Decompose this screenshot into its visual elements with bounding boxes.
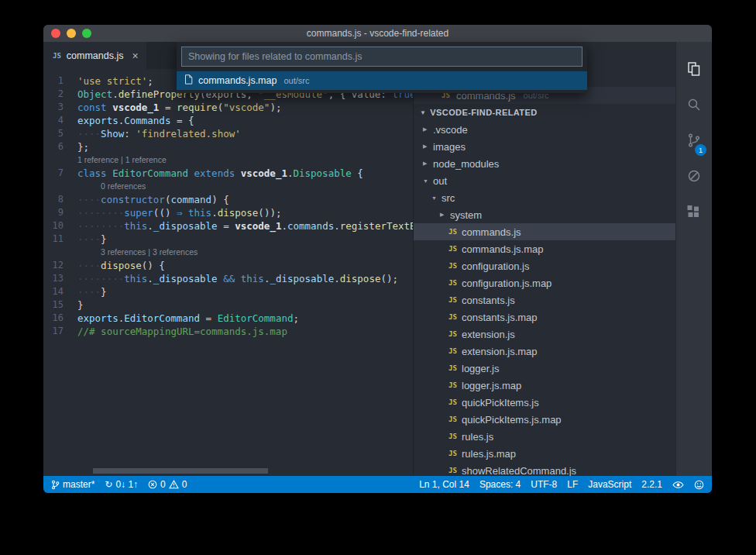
- quick-pick-item-detail: out/src: [284, 76, 309, 85]
- code-line[interactable]: 6};: [43, 140, 413, 153]
- sync-counts: 0↓ 1↑: [115, 479, 138, 490]
- code-line[interactable]: 7class EditorCommand extends vscode_1.Di…: [43, 167, 413, 180]
- tree-item-configuration.js.map[interactable]: JSconfiguration.js.map: [414, 274, 675, 291]
- code-line[interactable]: 13········this._disposable && this._disp…: [43, 272, 413, 285]
- tree-item-extension.js[interactable]: JSextension.js: [414, 326, 675, 343]
- tree-item-system[interactable]: ▶system: [414, 206, 675, 223]
- language-indicator[interactable]: JavaScript: [588, 479, 631, 490]
- code-line[interactable]: 12····dispose() {: [43, 259, 413, 272]
- branch-name: master*: [63, 479, 94, 490]
- encoding-indicator[interactable]: UTF-8: [531, 479, 557, 490]
- line-number: 4: [43, 114, 77, 127]
- minimize-window-button[interactable]: [67, 29, 76, 38]
- js-file-icon: JS: [448, 433, 462, 440]
- code-line[interactable]: 16exports.EditorCommand = EditorCommand;: [43, 312, 413, 325]
- code-line[interactable]: 9········super(() ⇒ this.dispose());: [43, 206, 413, 219]
- chevron-right-icon: ▶: [423, 126, 433, 133]
- js-file-icon: JS: [53, 52, 61, 60]
- code-line[interactable]: 5····Show: 'findrelated.show': [43, 127, 413, 140]
- codelens-row[interactable]: 1 reference | 1 reference: [43, 153, 413, 167]
- js-file-icon: JS: [448, 330, 462, 338]
- tree-item-logger.js.map[interactable]: JSlogger.js.map: [414, 377, 675, 394]
- quick-pick-input[interactable]: [181, 47, 582, 67]
- tree-item-configuration.js[interactable]: JSconfiguration.js: [414, 257, 675, 274]
- codelens-row[interactable]: 0 references: [43, 180, 413, 193]
- line-number: [43, 180, 77, 193]
- screen-reader-button[interactable]: [672, 481, 684, 489]
- window-title: commands.js - vscode-find-related: [43, 25, 712, 42]
- tree-item-quickPickItems.js.map[interactable]: JSquickPickItems.js.map: [414, 411, 675, 428]
- extensions-icon: [686, 204, 702, 219]
- problems-indicator[interactable]: 0 0: [148, 479, 187, 490]
- codelens-row[interactable]: 3 references | 3 references: [43, 246, 413, 259]
- tree-item-images[interactable]: ▶images: [414, 138, 675, 155]
- feedback-button[interactable]: [694, 480, 704, 490]
- activity-source-control-button[interactable]: 1: [676, 122, 712, 158]
- js-file-icon: JS: [448, 364, 462, 372]
- tree-item-.vscode[interactable]: ▶.vscode: [414, 121, 675, 138]
- tree-item-commands.js[interactable]: JScommands.js: [414, 223, 675, 240]
- tree-item-rules.js[interactable]: JSrules.js: [414, 428, 675, 445]
- tree-item-node_modules[interactable]: ▶node_modules: [414, 155, 675, 172]
- tab-commands-js[interactable]: JS commands.js ×: [43, 42, 146, 69]
- activity-debug-button[interactable]: [676, 158, 712, 194]
- line-number: 10: [43, 219, 77, 233]
- code-line[interactable]: 11····}: [43, 233, 413, 246]
- activity-explorer-button[interactable]: [676, 51, 712, 87]
- git-branch-icon: [51, 480, 60, 490]
- tree-item-label: rules.js.map: [462, 448, 516, 460]
- close-tab-icon[interactable]: ×: [132, 50, 138, 61]
- file-icon: [184, 74, 193, 88]
- js-file-icon: JS: [448, 347, 462, 355]
- js-file-icon: JS: [448, 398, 462, 406]
- error-icon: [148, 480, 157, 489]
- code-line[interactable]: 8····constructor(command) {: [43, 193, 413, 206]
- tree-item-showRelatedCommand.js[interactable]: JSshowRelatedCommand.js: [414, 462, 675, 476]
- line-number: 6: [43, 140, 77, 153]
- sync-indicator[interactable]: ↻ 0↓ 1↑: [105, 479, 138, 490]
- zoom-window-button[interactable]: [82, 29, 91, 38]
- horizontal-scrollbar[interactable]: [93, 468, 268, 474]
- indentation-indicator[interactable]: Spaces: 4: [479, 479, 521, 490]
- tree-item-quickPickItems.js[interactable]: JSquickPickItems.js: [414, 394, 675, 411]
- title-bar[interactable]: commands.js - vscode-find-related: [43, 25, 712, 42]
- tree-item-label: configuration.js: [462, 260, 529, 272]
- activity-extensions-button[interactable]: [676, 194, 712, 229]
- tree-item-commands.js.map[interactable]: JScommands.js.map: [414, 240, 675, 257]
- code-line[interactable]: 4exports.Commands = {: [43, 114, 413, 127]
- activity-search-button[interactable]: [676, 87, 712, 122]
- close-window-button[interactable]: [51, 29, 60, 38]
- code-line[interactable]: 10········this._disposable = vscode_1.co…: [43, 219, 413, 233]
- quick-pick-item[interactable]: commands.js.map out/src: [177, 71, 587, 90]
- tree-item-label: quickPickItems.js.map: [462, 414, 562, 426]
- tree-item-rules.js.map[interactable]: JSrules.js.map: [414, 445, 675, 462]
- tree-item-out[interactable]: ▼out: [414, 172, 675, 189]
- line-number: 1: [43, 74, 77, 88]
- code-editor[interactable]: 1'use strict';2Object.defineProperty(exp…: [43, 69, 413, 476]
- debug-icon: [686, 168, 702, 184]
- tree-item-extension.js.map[interactable]: JSextension.js.map: [414, 343, 675, 360]
- js-file-icon: JS: [448, 245, 462, 253]
- section-title: VSCODE-FIND-RELATED: [430, 108, 537, 117]
- tree-item-logger.js[interactable]: JSlogger.js: [414, 360, 675, 377]
- code-line[interactable]: 15}: [43, 298, 413, 312]
- explorer-icon: [686, 61, 702, 77]
- js-file-icon: JS: [448, 262, 462, 270]
- tree-item-label: showRelatedCommand.js: [462, 465, 576, 477]
- line-number: 11: [43, 233, 77, 246]
- tree-item-label: rules.js: [462, 431, 493, 443]
- scm-changes-badge: 1: [695, 144, 706, 156]
- explorer-section-header[interactable]: ▼ VSCODE-FIND-RELATED: [414, 104, 675, 121]
- tree-item-constants.js.map[interactable]: JSconstants.js.map: [414, 309, 675, 326]
- eol-indicator[interactable]: LF: [567, 479, 578, 490]
- code-line[interactable]: 17//# sourceMappingURL=commands.js.map: [43, 325, 413, 338]
- tree-item-label: extension.js.map: [462, 346, 538, 357]
- git-branch-indicator[interactable]: master*: [51, 479, 94, 490]
- code-line[interactable]: 14····}: [43, 285, 413, 298]
- code-line[interactable]: 3const vscode_1 = require("vscode");: [43, 101, 413, 114]
- tree-item-constants.js[interactable]: JSconstants.js: [414, 291, 675, 309]
- chevron-down-icon: ▼: [420, 109, 426, 116]
- tree-item-src[interactable]: ▼src: [414, 189, 675, 206]
- chevron-down-icon: ▼: [431, 195, 442, 201]
- cursor-position[interactable]: Ln 1, Col 14: [419, 479, 469, 490]
